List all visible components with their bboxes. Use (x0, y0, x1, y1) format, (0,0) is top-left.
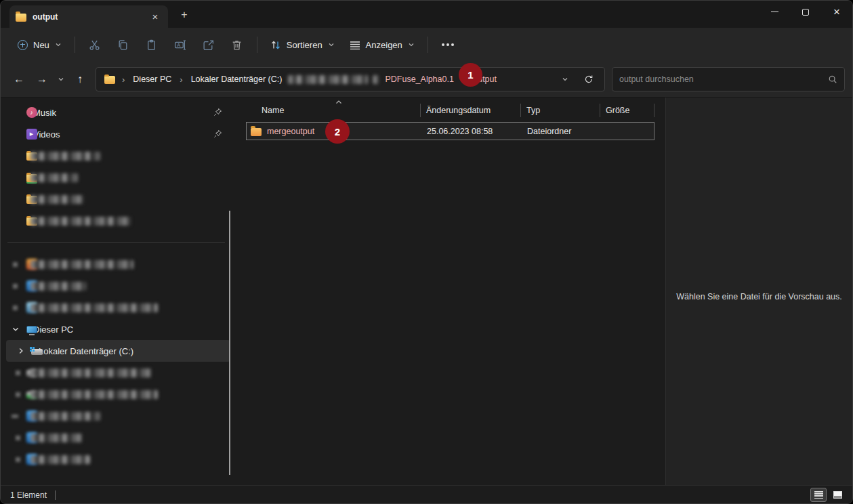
large-icons-view-button[interactable] (829, 488, 846, 502)
breadcrumb-dieser-pc[interactable]: Dieser PC (131, 73, 173, 85)
sidebar-item-musik[interactable]: ♪ Musik (6, 102, 230, 123)
recent-locations-button[interactable] (54, 68, 68, 90)
breadcrumb-separator: › (120, 75, 127, 85)
tab-output[interactable]: output × (9, 5, 168, 28)
address-bar[interactable]: › Dieser PC › Lokaler Datenträger (C:) P… (96, 67, 605, 91)
view-button[interactable]: Anzeigen (342, 33, 422, 56)
tab-close-icon[interactable]: × (148, 9, 163, 24)
tab-title: output (33, 12, 142, 22)
new-tab-button[interactable]: + (176, 9, 192, 22)
toolbar-divider (75, 37, 75, 53)
redacted-label (30, 260, 133, 269)
sidebar-item-label: Dieser PC (33, 324, 73, 335)
maximize-button[interactable] (790, 1, 821, 23)
column-header-name[interactable]: Name (246, 104, 421, 117)
explorer-window: 1 2 output × + × Neu (0, 0, 853, 504)
sidebar-item-blurred[interactable] (6, 210, 230, 232)
rename-button[interactable]: A (166, 33, 194, 56)
annotation-step-1: 1 (459, 63, 482, 87)
sort-ascending-icon (335, 100, 342, 105)
column-header-modified[interactable]: Änderungsdatum (421, 104, 521, 117)
up-button[interactable]: ↑ (68, 68, 91, 90)
paste-button[interactable] (138, 33, 166, 56)
copy-button[interactable] (109, 33, 138, 56)
chevron-right-icon[interactable] (17, 347, 25, 355)
file-list: Name Änderungsdatum Typ Größe mergeoutpu… (234, 98, 665, 485)
redacted-label (30, 369, 151, 377)
content-area: ♪ Musik ▶ Videos (1, 98, 852, 485)
windows-logo-icon (30, 347, 32, 349)
column-header-type[interactable]: Typ (521, 104, 600, 117)
sort-button[interactable]: Sortieren (263, 33, 342, 56)
sidebar-item-blurred[interactable] (6, 275, 230, 297)
sidebar-item-blurred[interactable] (6, 362, 230, 383)
window-controls: × (759, 1, 852, 23)
sidebar-item-blurred[interactable] (6, 188, 230, 210)
pin-icon (213, 129, 222, 138)
maximize-icon (802, 9, 809, 16)
music-icon: ♪ (26, 107, 37, 118)
new-button-label: Neu (33, 40, 49, 50)
chevron-down-icon (408, 41, 415, 48)
share-button[interactable] (194, 33, 223, 56)
chevron-down-icon[interactable] (12, 325, 20, 333)
breadcrumb-drive-c[interactable]: Lokaler Datenträger (C:) (190, 73, 284, 85)
search-input[interactable] (619, 75, 828, 84)
expander-redacted (16, 371, 20, 375)
minimize-icon (771, 12, 778, 12)
sidebar-item-blurred[interactable] (6, 448, 230, 470)
delete-button[interactable] (223, 33, 251, 56)
sidebar-item-blurred[interactable] (6, 167, 230, 188)
folder-icon (251, 128, 262, 136)
cut-icon (89, 39, 100, 51)
sidebar-item-blurred[interactable] (6, 383, 230, 405)
tab-bar: output × + × (1, 1, 852, 28)
sidebar-item-blurred[interactable] (6, 297, 230, 318)
redacted-label (30, 282, 86, 291)
status-divider (55, 490, 56, 500)
expander-redacted (13, 262, 18, 267)
status-bar: 1 Element (1, 485, 852, 504)
new-button[interactable]: Neu (10, 33, 69, 56)
redacted-label (30, 455, 90, 464)
sort-button-label: Sortieren (287, 40, 323, 50)
breadcrumb-redacted (373, 75, 379, 84)
minimize-button[interactable] (759, 1, 790, 23)
more-options-button[interactable] (434, 33, 462, 56)
address-dropdown-button[interactable] (556, 68, 574, 90)
sidebar-item-drive-c[interactable]: Lokaler Datenträger (C:) (6, 340, 230, 362)
sidebar-item-blurred[interactable] (6, 253, 230, 275)
details-view-button[interactable] (810, 488, 827, 502)
sidebar-item-blurred[interactable] (6, 405, 230, 427)
item-count: 1 Element (10, 490, 47, 500)
large-icons-view-icon (833, 491, 842, 499)
column-header-size[interactable]: Größe (600, 104, 654, 117)
back-button[interactable]: ← (7, 68, 30, 90)
computer-icon (26, 326, 37, 333)
sidebar-item-videos[interactable]: ▶ Videos (6, 123, 230, 145)
breadcrumb-pdfuse-alpha[interactable]: PDFuse_Alpha0.1 (383, 73, 455, 85)
folder-icon (104, 76, 115, 84)
toolbar-divider (257, 37, 257, 53)
sidebar-item-blurred[interactable] (6, 145, 230, 167)
file-row-mergeoutput[interactable]: mergeoutput 25.06.2023 08:58 Dateiordner (246, 122, 654, 140)
cut-button[interactable] (81, 33, 109, 56)
redacted-label (30, 412, 100, 421)
close-button[interactable]: × (821, 1, 852, 23)
search-box[interactable] (612, 67, 845, 91)
view-list-icon (350, 41, 360, 49)
sidebar-item-dieser-pc[interactable]: Dieser PC (6, 318, 230, 340)
refresh-icon (584, 75, 594, 84)
sort-icon (270, 40, 281, 50)
sidebar-scrollbar[interactable] (229, 211, 230, 475)
file-type-cell: Dateiordner (522, 127, 601, 136)
expander-redacted (13, 306, 18, 310)
refresh-button[interactable] (579, 68, 599, 90)
share-icon (203, 39, 214, 51)
trash-icon (231, 39, 243, 51)
sidebar-item-blurred[interactable] (6, 427, 230, 448)
ellipsis-icon (446, 43, 449, 46)
breadcrumb-redacted (288, 75, 368, 84)
forward-button[interactable]: → (30, 68, 54, 90)
redacted-label (30, 195, 83, 204)
